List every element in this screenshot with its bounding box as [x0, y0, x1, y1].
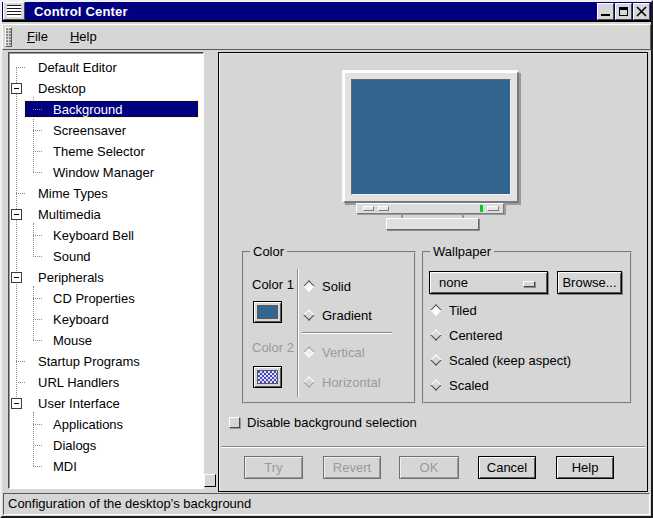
vertical-separator: [297, 269, 299, 397]
color1-label: Color 1: [252, 277, 294, 292]
control-center-window: Control Center File Help: [0, 0, 653, 518]
sidebar-item-theme-selector[interactable]: Theme Selector: [11, 141, 201, 162]
wallpaper-section-title: Wallpaper: [430, 244, 494, 259]
radio-centered[interactable]: Centered: [430, 328, 502, 342]
color1-picker-button[interactable]: [253, 301, 282, 323]
ok-button: OK: [399, 456, 459, 479]
action-area-separator: [221, 446, 645, 448]
window-menu-icon: [7, 5, 21, 17]
sidebar-item-url-handlers[interactable]: URL Handlers: [11, 372, 201, 393]
sidebar-item-cd-properties[interactable]: CD Properties: [11, 288, 201, 309]
window-menu-button[interactable]: [3, 2, 25, 20]
radio-vertical: Vertical: [303, 345, 365, 359]
color-section-title: Color: [250, 244, 287, 259]
radio-scaled-keep-aspect[interactable]: Scaled (keep aspect): [430, 353, 571, 367]
sidebar-item-peripherals[interactable]: Peripherals: [11, 267, 201, 288]
window-title: Control Center: [34, 4, 128, 19]
revert-button: Revert: [323, 456, 381, 479]
help-button[interactable]: Help: [556, 456, 614, 479]
monitor-button-icon: [363, 206, 374, 211]
gradient-separator: [302, 332, 392, 334]
try-button: Try: [244, 456, 303, 479]
monitor-button-icon: [378, 206, 389, 211]
tree-collapse-icon[interactable]: [11, 209, 22, 220]
sidebar-item-user-interface[interactable]: User Interface: [11, 393, 201, 414]
radio-selected-disabled-icon: [303, 346, 314, 357]
option-menu-indicator-icon: [523, 281, 535, 287]
radio-unselected-icon: [430, 329, 441, 340]
color2-label: Color 2: [252, 340, 294, 355]
radio-scaled[interactable]: Scaled: [430, 378, 489, 392]
wallpaper-dropdown[interactable]: none: [429, 271, 548, 294]
dither-pattern: [258, 371, 277, 383]
titlebar[interactable]: Control Center: [2, 2, 651, 22]
close-button[interactable]: [633, 3, 650, 20]
color2-swatch: [257, 370, 278, 384]
sidebar-item-mouse[interactable]: Mouse: [11, 330, 201, 351]
radio-gradient[interactable]: Gradient: [303, 308, 372, 322]
maximize-icon: [619, 7, 628, 16]
monitor-preview: [343, 71, 519, 203]
minimize-icon: [601, 14, 610, 16]
sidebar-item-mime-types[interactable]: Mime Types: [11, 183, 201, 204]
radio-tiled[interactable]: Tiled: [430, 303, 477, 317]
monitor-control-strip: [356, 203, 504, 214]
sidebar-item-keyboard-bell[interactable]: Keyboard Bell: [11, 225, 201, 246]
wallpaper-dropdown-value: none: [439, 275, 468, 290]
sidebar-item-dialogs[interactable]: Dialogs: [11, 435, 201, 456]
checkbox-label: Disable background selection: [247, 415, 417, 430]
sidebar-item-startup-programs[interactable]: Startup Programs: [11, 351, 201, 372]
sidebar-item-sound[interactable]: Sound: [11, 246, 201, 267]
sidebar-item-keyboard[interactable]: Keyboard: [11, 309, 201, 330]
sidebar-item-window-manager[interactable]: Window Manager: [11, 162, 201, 183]
sidebar-item-background[interactable]: Background: [11, 99, 201, 120]
tree-collapse-icon[interactable]: [11, 398, 22, 409]
color2-picker-button[interactable]: [253, 366, 282, 388]
minimize-button[interactable]: [597, 3, 614, 20]
menubar-grip-handle[interactable]: [5, 27, 12, 47]
monitor-button-icon: [487, 206, 499, 211]
radio-unselected-icon: [430, 379, 441, 390]
radio-unselected-icon: [303, 309, 314, 320]
color-section-frame: Color Color 1 Color 2: [242, 251, 416, 404]
radio-selected-icon: [430, 304, 441, 315]
statusbar: Configuration of the desktop’s backgroun…: [3, 493, 650, 515]
disable-background-selection-checkbox[interactable]: Disable background selection: [229, 415, 417, 430]
color1-swatch: [257, 305, 278, 319]
menu-file[interactable]: File: [16, 26, 59, 48]
monitor-screen-preview: [351, 79, 511, 195]
radio-horizontal: Horizontal: [303, 375, 381, 389]
close-icon: [636, 6, 647, 17]
tree-collapse-icon[interactable]: [11, 83, 22, 94]
radio-unselected-disabled-icon: [303, 376, 314, 387]
radio-solid[interactable]: Solid: [303, 279, 351, 293]
menu-help[interactable]: Help: [59, 26, 108, 48]
sidebar-item-desktop[interactable]: Desktop: [11, 78, 201, 99]
sidebar-item-mdi[interactable]: MDI: [11, 456, 201, 477]
cancel-button[interactable]: Cancel: [478, 456, 536, 479]
checkbox-unchecked-icon: [229, 417, 240, 428]
menubar: File Help: [2, 24, 651, 50]
capplet-tree: Default Editor Desktop Background Screen…: [8, 52, 204, 489]
background-capplet-panel: Color Color 1 Color 2: [218, 52, 648, 492]
sidebar-item-screensaver[interactable]: Screensaver: [11, 120, 201, 141]
radio-unselected-icon: [430, 354, 441, 365]
wallpaper-section-frame: Wallpaper none Browse... Tiled Centered: [422, 251, 632, 404]
sidebar-item-applications[interactable]: Applications: [11, 414, 201, 435]
sidebar-item-default-editor[interactable]: Default Editor: [11, 57, 201, 78]
radio-selected-icon: [303, 280, 314, 291]
monitor-keyboard-base: [386, 218, 479, 230]
sidebar-item-multimedia[interactable]: Multimedia: [11, 204, 201, 225]
maximize-button[interactable]: [615, 3, 632, 20]
power-led-icon: [480, 205, 483, 212]
tree-collapse-icon[interactable]: [11, 272, 22, 283]
browse-button[interactable]: Browse...: [557, 271, 622, 294]
pane-resize-handle[interactable]: [204, 474, 216, 487]
